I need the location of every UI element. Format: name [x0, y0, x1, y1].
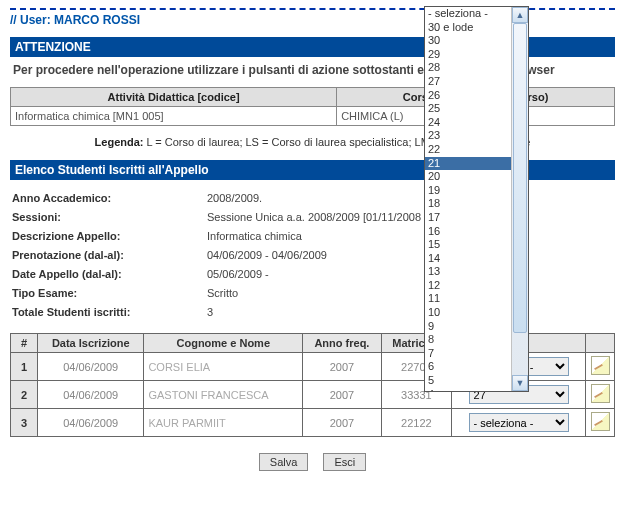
col-name: Cognome e Nome — [144, 334, 303, 353]
col-year: Anno freq. — [303, 334, 382, 353]
dropdown-option[interactable]: 17 — [425, 211, 511, 225]
dropdown-option[interactable]: 14 — [425, 252, 511, 266]
grade-select[interactable]: - seleziona - — [469, 413, 569, 432]
dropdown-option[interactable]: 28 — [425, 61, 511, 75]
dropdown-option[interactable]: 25 — [425, 102, 511, 116]
dropdown-option[interactable]: 18 — [425, 197, 511, 211]
dropdown-option[interactable]: 16 — [425, 225, 511, 239]
dropdown-option[interactable]: 12 — [425, 279, 511, 293]
dropdown-option[interactable]: 29 — [425, 48, 511, 62]
dropdown-option[interactable]: 8 — [425, 333, 511, 347]
edit-icon[interactable] — [591, 384, 610, 403]
save-button[interactable]: Salva — [259, 453, 309, 471]
button-bar: Salva Esci — [10, 437, 615, 477]
dropdown-option[interactable]: 7 — [425, 347, 511, 361]
dropdown-option[interactable]: 22 — [425, 143, 511, 157]
dropdown-option[interactable]: 10 — [425, 306, 511, 320]
dropdown-option[interactable]: 15 — [425, 238, 511, 252]
dropdown-option[interactable]: 13 — [425, 265, 511, 279]
dropdown-option[interactable]: 30 — [425, 34, 511, 48]
col-edit — [586, 334, 615, 353]
dropdown-option[interactable]: 4 — [425, 388, 511, 391]
col-n: # — [11, 334, 38, 353]
dropdown-option[interactable]: 11 — [425, 292, 511, 306]
col-date: Data Iscrizione — [38, 334, 144, 353]
exit-button[interactable]: Esci — [323, 453, 366, 471]
table-row: 3 04/06/2009 KAUR PARMIIT 2007 22122 - s… — [11, 409, 615, 437]
dropdown-option[interactable]: 5 — [425, 374, 511, 388]
col-activity: Attività Didattica [codice] — [11, 88, 337, 107]
dropdown-option[interactable]: - seleziona - — [425, 7, 511, 21]
scroll-down-icon[interactable]: ▼ — [512, 375, 528, 391]
scroll-up-icon[interactable]: ▲ — [512, 7, 528, 23]
dropdown-option[interactable]: 24 — [425, 116, 511, 130]
scrollbar[interactable]: ▲ ▼ — [511, 7, 528, 391]
dropdown-option[interactable]: 26 — [425, 89, 511, 103]
dropdown-option[interactable]: 21 — [425, 157, 511, 171]
dropdown-option[interactable]: 6 — [425, 360, 511, 374]
grade-dropdown-list[interactable]: - seleziona -30 e lode302928272625242322… — [424, 6, 529, 392]
scroll-thumb[interactable] — [513, 23, 527, 333]
activity-cell: Informatica chimica [MN1 005] — [11, 107, 337, 126]
dropdown-option[interactable]: 23 — [425, 129, 511, 143]
dropdown-option[interactable]: 19 — [425, 184, 511, 198]
dropdown-option[interactable]: 27 — [425, 75, 511, 89]
edit-icon[interactable] — [591, 412, 610, 431]
dropdown-option[interactable]: 9 — [425, 320, 511, 334]
dropdown-option[interactable]: 30 e lode — [425, 21, 511, 35]
dropdown-option[interactable]: 20 — [425, 170, 511, 184]
edit-icon[interactable] — [591, 356, 610, 375]
